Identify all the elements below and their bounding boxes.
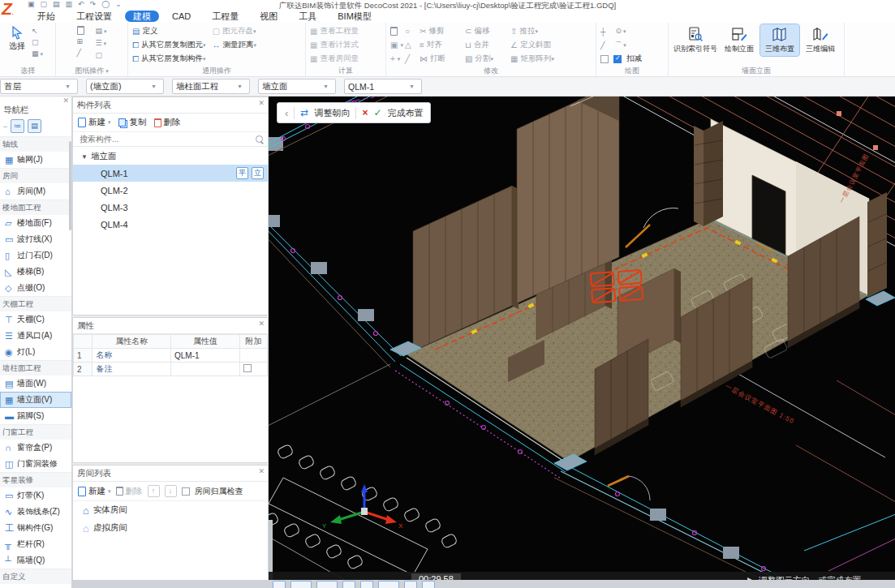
property-value-cell[interactable]: QLM-1	[170, 349, 239, 363]
blank-sheet-icon[interactable]: ▢	[96, 50, 107, 60]
sidebar-item-light-strip[interactable]: ▭灯带(K)	[0, 487, 71, 504]
new-room-button[interactable]: 新建	[78, 486, 111, 497]
search-icon[interactable]	[256, 135, 263, 143]
search-input[interactable]	[78, 134, 256, 144]
tree-group-wall-elevation[interactable]: ▼ 墙立面	[73, 147, 268, 165]
split-sheet-icon[interactable]: ▤	[96, 26, 107, 36]
offset-button[interactable]: ⊂偏移	[465, 26, 510, 36]
layer-list-icon[interactable]: ☰	[96, 38, 107, 49]
pin-icon[interactable]: ▣	[28, 0, 35, 8]
sidebar-item-opening-trim[interactable]: ◫门窗洞装修	[0, 456, 71, 472]
copy-component-button[interactable]: 复制	[118, 117, 147, 128]
push-pull-button[interactable]: ⇧推拉	[510, 26, 575, 36]
extend-button[interactable]: ╱	[405, 54, 420, 63]
type-select[interactable]: 墙立面▼	[258, 79, 336, 94]
tree-item-qlm3[interactable]: QLM-3	[73, 199, 268, 216]
three-d-edit-button[interactable]: 三维编辑	[801, 24, 840, 56]
merge-button[interactable]: ⊔合并	[465, 40, 510, 50]
plan-view-badge[interactable]: 平	[236, 167, 248, 179]
delete-room-button[interactable]: 删除	[116, 486, 143, 497]
draw-elevation-button[interactable]: 绘制立面	[720, 24, 759, 56]
sidebar-item-stairs[interactable]: ◺楼梯(B)	[0, 264, 71, 280]
tab-start[interactable]: 开始	[29, 11, 63, 22]
tree-item-qlm1[interactable]: QLM-1 平 立	[73, 165, 268, 182]
sidebar-item-room[interactable]: ⌂房间(M)	[0, 183, 71, 200]
toolbar-stub-icon[interactable]	[342, 581, 355, 588]
delete-element-button[interactable]	[390, 27, 405, 36]
measure-button[interactable]: ↔测量距离	[213, 38, 257, 52]
drawing-viewport[interactable]: X Y ‹ ⇄ 调整朝向 × ✓ 完成布置 一层会议室平面图 一层会议室平面图 …	[269, 97, 895, 588]
sidebar-item-steel[interactable]: 工钢构件(G)	[0, 520, 71, 536]
toolbar-stub-icon[interactable]	[316, 581, 338, 588]
tab-project-settings[interactable]: 工程设置	[68, 11, 120, 22]
nav-scrollbar[interactable]	[69, 141, 71, 230]
toolbar-stub-icon[interactable]	[422, 581, 435, 588]
tab-quantities[interactable]: 工程量	[204, 11, 247, 22]
align-button[interactable]: ≡对齐	[420, 40, 465, 50]
locate-sheet-icon[interactable]: ⊞	[77, 36, 84, 46]
break-button[interactable]: ⋈打断	[420, 54, 465, 64]
sidebar-item-light[interactable]: ◉灯(L)	[0, 344, 71, 360]
tab-bim-model[interactable]: BIM模型	[329, 11, 380, 22]
arc-tool-icon[interactable]: ⌒	[614, 40, 626, 50]
trim-button[interactable]: ✂修剪	[420, 26, 465, 36]
delete-component-button[interactable]: 删除	[154, 117, 181, 128]
point-tool-icon[interactable]: ┼	[600, 27, 605, 36]
sidebar-item-accent[interactable]: ◇点缀(O)	[0, 280, 71, 296]
tree-expand-icon[interactable]: ▼	[81, 153, 88, 161]
line-draw-icon[interactable]: ╱	[600, 41, 605, 50]
view-quantity-button[interactable]: ▦查看工程量	[310, 24, 359, 38]
open-file-icon[interactable]: ▤	[53, 0, 60, 8]
tab-view[interactable]: 视图	[252, 11, 286, 22]
sidebar-item-ceiling[interactable]: ⊤天棚(C)	[0, 311, 71, 328]
more-icon[interactable]: ⌄	[115, 0, 122, 8]
rect-array-button[interactable]: ▦矩形阵列	[510, 54, 575, 64]
tree-item-qlm4[interactable]: QLM-4	[73, 216, 268, 233]
room-item-virtual[interactable]: ⌂虚拟房间	[73, 519, 268, 537]
sync-icon[interactable]: ◯	[101, 0, 110, 8]
close-icon[interactable]: ✕	[258, 99, 265, 107]
copy-components-button[interactable]: ⧠从其它层复制构件	[132, 52, 206, 66]
delete-sheet-icon[interactable]	[77, 26, 84, 35]
attach-checkbox[interactable]	[243, 364, 252, 372]
room-check-checkbox[interactable]	[182, 487, 190, 496]
view-select[interactable]: (墙立面)▼	[86, 79, 164, 94]
sidebar-item-skirting[interactable]: ▬踢脚(S)	[0, 408, 71, 424]
box-select-icon[interactable]: ▢	[32, 37, 43, 47]
sidebar-item-wall-face[interactable]: ▤墙面(W)	[0, 376, 71, 392]
room-item-solid[interactable]: ⌂实体房间	[73, 501, 268, 519]
circle-tool-icon[interactable]: ⊙	[615, 26, 626, 36]
toolbar-stub-icon[interactable]	[273, 581, 286, 588]
finish-placement-button[interactable]: 完成布置	[387, 107, 423, 119]
sidebar-item-axis-grid[interactable]: ▦轴网(J)	[0, 152, 71, 168]
new-file-icon[interactable]: ▢	[41, 0, 48, 8]
component-select[interactable]: QLM-1▼	[344, 79, 422, 94]
line-tool-icon[interactable]: ╱	[77, 48, 84, 58]
back-chevron-icon[interactable]: ‹	[285, 107, 288, 119]
card-view-toggle[interactable]: ▤	[28, 119, 41, 133]
toolbar-stub-icon[interactable]	[360, 581, 373, 588]
category-select[interactable]: 墙柱面工程▼	[172, 79, 250, 94]
move-up-button[interactable]: ↑	[148, 485, 160, 497]
cancel-icon[interactable]: ×	[362, 107, 368, 118]
list-view-toggle[interactable]: ≔	[11, 119, 24, 133]
sidebar-item-floor[interactable]: ▱楼地面(F)	[0, 215, 71, 231]
sidebar-item-threshold[interactable]: ▯过门石(D)	[0, 247, 71, 264]
tab-cad[interactable]: CAD	[164, 11, 199, 22]
sidebar-item-molding[interactable]: ∿装饰线条(Z)	[0, 504, 71, 520]
close-icon[interactable]: ✕	[258, 320, 265, 328]
view-room-quantity-button[interactable]: ▦查看房间量	[310, 52, 359, 66]
sidebar-item-partition[interactable]: ┴隔墙(Q)	[0, 552, 71, 569]
adjust-orientation-button[interactable]: 调整朝向	[314, 107, 350, 119]
toolbar-stub-icon[interactable]	[290, 581, 312, 588]
collapse-icon[interactable]: –	[3, 122, 7, 131]
floor-select[interactable]: 首层▼	[0, 79, 78, 94]
move-down-button[interactable]: ↓	[165, 485, 177, 497]
property-value-cell[interactable]	[170, 363, 239, 376]
select-mode-icon[interactable]: ▦	[32, 49, 43, 59]
ortho-checkbox[interactable]	[600, 55, 609, 63]
save-elements-button[interactable]: ▢图元存盘	[213, 24, 257, 38]
define-slope-button[interactable]: ∠定义斜面	[510, 40, 575, 50]
undo-icon[interactable]: ↶	[78, 0, 84, 8]
pick-icon[interactable]: ↖	[32, 26, 43, 36]
